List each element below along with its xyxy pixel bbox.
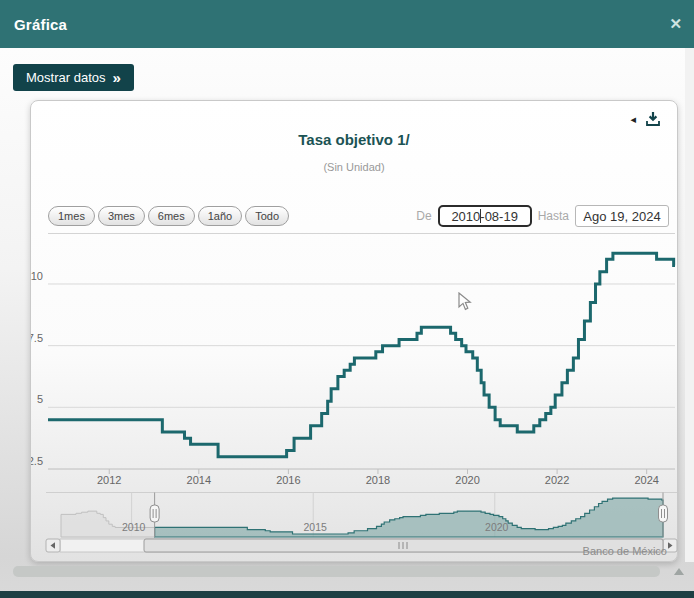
x-axis-label-2018: 2018 [366,474,390,486]
chart-controls: 1mes3mes6mes1añoTodo De Hasta [48,203,669,229]
navigator-left-handle[interactable] [150,505,159,522]
to-label: Hasta [538,209,569,223]
y-axis-label-10: 10 [31,270,43,282]
modal-title: Gráfica [0,16,67,33]
range-button-1mes[interactable]: 1mes [48,206,95,226]
navigator-label-2015: 2015 [304,521,328,533]
vertical-scrollbar-track[interactable] [685,48,694,562]
y-axis-label-2.5: 2.5 [31,455,43,467]
to-date-input[interactable] [575,205,669,227]
horizontal-scrollbar-thumb[interactable] [13,566,660,577]
show-data-label: Mostrar datos [26,70,105,85]
download-icon[interactable] [645,111,661,127]
export-zone: ◂ [630,111,661,127]
navigator-selected-area [155,498,663,537]
text-caret [480,209,481,223]
chart-credit: Banco de México [583,545,667,557]
bottom-page-strip [0,591,694,598]
range-button-6mes[interactable]: 6mes [148,206,195,226]
range-buttons: 1mes3mes6mes1añoTodo [48,206,289,226]
x-axis-label-2012: 2012 [97,474,121,486]
double-chevron-icon: » [112,73,120,83]
y-axis-label-5: 5 [37,393,43,405]
x-axis-label-2014: 2014 [187,474,211,486]
navigator-label-2020: 2020 [485,521,509,533]
range-button-3mes[interactable]: 3mes [98,206,145,226]
chart-card: ◂ Tasa objetivo 1/ (Sin Unidad) 1mes3mes… [30,100,678,562]
grafica-modal: Gráfica ✕ Mostrar datos » ◂ Tasa objetiv… [0,0,694,598]
collapse-menu-icon[interactable]: ◂ [630,111,636,127]
navigator-right-handle[interactable] [659,505,668,522]
close-icon[interactable]: ✕ [669,0,682,48]
chart-subtitle: (Sin Unidad) [31,161,677,173]
modal-header: Gráfica ✕ [0,0,694,48]
scroll-up-triangle-icon[interactable] [674,568,684,575]
y-axis-label-7.5: 7.5 [31,332,43,344]
from-label: De [416,209,431,223]
show-data-button[interactable]: Mostrar datos » [13,64,134,91]
x-axis-label-2020: 2020 [455,474,479,486]
chart-title: Tasa objetivo 1/ [31,131,677,148]
range-button-1año[interactable]: 1año [198,206,242,226]
x-axis-label-2022: 2022 [545,474,569,486]
x-axis-label-2016: 2016 [276,474,300,486]
x-axis-label-2024: 2024 [634,474,658,486]
from-date-input[interactable] [438,205,532,227]
from-input-wrap [438,205,532,227]
range-button-Todo[interactable]: Todo [245,206,289,226]
navigator-label-2010: 2010 [122,521,146,533]
